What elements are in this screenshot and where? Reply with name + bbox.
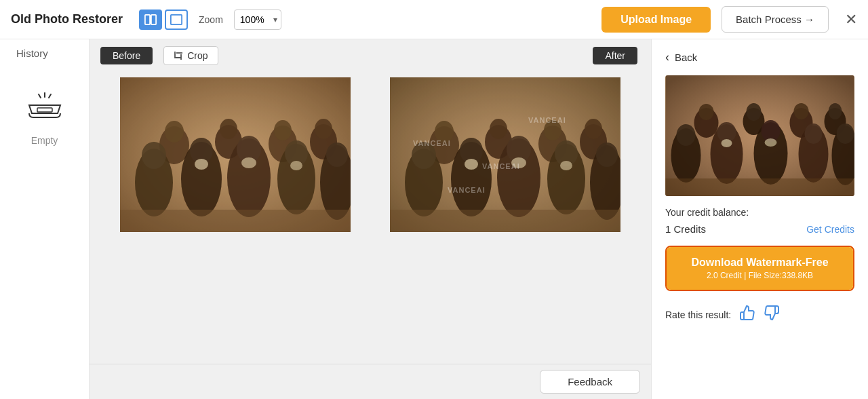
back-chevron-icon: ‹ [665,50,669,64]
split-view-icon [144,14,157,26]
svg-point-62 [747,103,762,121]
right-panel: ‹ Back [651,39,868,399]
inbox-icon [26,92,63,121]
before-photo [120,77,351,232]
empty-state-icon [26,92,63,124]
crop-label: Crop [187,50,208,61]
download-watermark-free-button[interactable]: Download Watermark-Free 2.0 Credit | Fil… [667,247,853,290]
rate-label: Rate this result: [665,309,731,320]
back-label: Back [675,52,697,63]
after-photo-svg [390,77,620,232]
svg-rect-56 [390,77,620,232]
preview-thumb-inner [665,75,854,196]
upload-image-button[interactable]: Upload Image [601,7,711,33]
empty-label: Empty [31,135,58,146]
svg-rect-6 [37,108,52,112]
sidebar: History Empty [0,39,90,399]
download-btn-sub: 2.0 Credit | File Size:338.8KB [677,271,842,280]
get-credits-link[interactable]: Get Credits [806,224,854,235]
app-title: Old Photo Restorer [11,12,123,26]
app-header: Old Photo Restorer Zoom 100% 50% 75% 125… [0,0,868,39]
svg-rect-2 [171,14,182,24]
download-section: Download Watermark-Free 2.0 Credit | Fil… [652,240,868,299]
thumbup-icon [739,305,755,321]
batch-process-button[interactable]: Batch Process → [722,6,829,33]
before-badge: Before [100,47,153,64]
thumbup-button[interactable] [739,305,755,325]
svg-point-68 [677,124,696,146]
credit-count: 1 Credits [665,223,706,235]
svg-point-76 [837,124,854,144]
feedback-bar: Feedback [90,364,651,399]
rate-section: Rate this result: [652,299,868,330]
svg-rect-1 [151,14,156,24]
svg-rect-0 [145,14,150,24]
thumbdown-icon [764,305,780,321]
svg-rect-79 [666,178,854,196]
download-btn-title: Download Watermark-Free [677,256,842,269]
after-photo: VANCEAI VANCEAI VANCEAI VANCEAI [390,77,620,232]
before-photo-container [100,77,370,353]
svg-line-5 [49,94,51,98]
svg-point-74 [805,124,823,144]
after-badge: After [593,47,637,64]
svg-point-78 [765,138,777,147]
svg-rect-31 [120,77,351,232]
single-view-icon [170,14,182,26]
svg-point-66 [829,103,842,119]
thumbdown-button[interactable] [764,305,780,325]
credit-row: 1 Credits Get Credits [665,223,854,235]
crop-icon [174,51,183,60]
main-layout: History Empty Before [0,39,868,399]
view-toggle [139,10,188,30]
preview-thumbnail [665,75,854,196]
svg-point-60 [699,104,714,120]
back-button[interactable]: ‹ Back [652,39,868,75]
history-label: History [0,48,48,59]
split-view-button[interactable] [139,10,162,30]
download-btn-wrap: Download Watermark-Free 2.0 Credit | Fil… [665,246,854,291]
single-view-button[interactable] [165,10,188,30]
feedback-button[interactable]: Feedback [540,370,640,394]
preview-photo-svg [665,75,854,196]
credit-section: Your credit balance: 1 Credits Get Credi… [652,196,868,240]
zoom-label: Zoom [199,14,223,25]
after-photo-container: VANCEAI VANCEAI VANCEAI VANCEAI [370,77,640,353]
crop-button[interactable]: Crop [163,46,218,65]
close-button[interactable]: ✕ [845,12,857,27]
photos-area: VANCEAI VANCEAI VANCEAI VANCEAI [90,72,651,364]
svg-line-4 [39,94,41,98]
credit-balance-label: Your credit balance: [665,207,854,218]
svg-point-64 [794,103,809,119]
zoom-wrapper: 100% 50% 75% 125% 150% ▾ [234,10,281,30]
before-photo-svg [120,77,351,232]
center-panel: Before Crop After [90,39,651,399]
svg-point-77 [722,139,732,147]
photo-toolbar: Before Crop After [90,39,651,72]
zoom-select[interactable]: 100% 50% 75% 125% 150% [234,10,281,30]
